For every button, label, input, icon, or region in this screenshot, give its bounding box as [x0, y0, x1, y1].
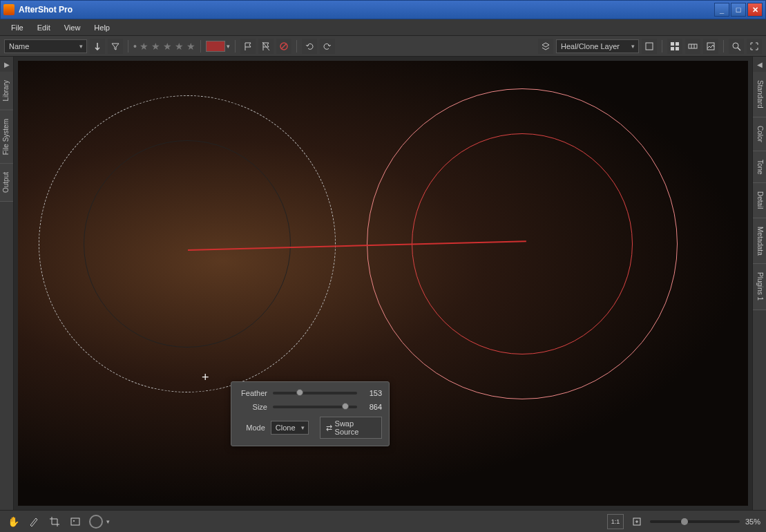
- svg-rect-2: [671, 42, 674, 46]
- zoom-1to1-button[interactable]: 1:1: [607, 514, 624, 529]
- svg-rect-5: [676, 47, 679, 50]
- view-grid-button[interactable]: [667, 39, 682, 54]
- close-button[interactable]: ✕: [747, 3, 763, 17]
- view-filmstrip-button[interactable]: [685, 39, 700, 54]
- window-title: AfterShot Pro: [19, 5, 714, 15]
- crop-tool[interactable]: [47, 514, 62, 529]
- feather-label: Feather: [238, 389, 267, 397]
- size-slider[interactable]: [273, 406, 357, 408]
- tab-library[interactable]: Library: [0, 72, 13, 111]
- canvas-viewport[interactable]: + Feather 153 Size 864 Mode Clone: [14, 57, 752, 510]
- tab-metadata[interactable]: Metadata: [753, 218, 766, 265]
- clone-tool-popup: Feather 153 Size 864 Mode Clone ⇄ Swap S…: [231, 381, 390, 446]
- svg-point-10: [733, 43, 738, 48]
- tab-detail[interactable]: Detail: [753, 183, 766, 218]
- minimize-button[interactable]: _: [714, 3, 729, 17]
- svg-line-11: [738, 48, 740, 50]
- svg-point-13: [73, 520, 75, 522]
- undo-button[interactable]: [302, 39, 317, 54]
- layers-icon[interactable]: [538, 39, 553, 54]
- tab-plugins[interactable]: Plugins 1: [753, 264, 766, 310]
- size-value: 864: [363, 403, 382, 411]
- rating-star-2[interactable]: ★: [151, 41, 160, 52]
- svg-rect-9: [707, 43, 714, 50]
- mode-label: Mode: [238, 424, 265, 432]
- zoom-fit-button[interactable]: [629, 514, 644, 529]
- right-panel-tabs: ◀ Standard Color Tone Detail Metadata Pl…: [752, 57, 766, 510]
- svg-rect-4: [671, 47, 674, 50]
- window-titlebar: AfterShot Pro _ □ ✕: [0, 0, 766, 19]
- view-single-button[interactable]: [642, 39, 657, 54]
- swap-icon: ⇄: [326, 424, 332, 433]
- menubar: File Edit View Help: [0, 19, 766, 36]
- view-image-button[interactable]: [703, 39, 718, 54]
- filter-button[interactable]: [108, 39, 123, 54]
- left-panel-expand[interactable]: ▶: [0, 57, 13, 72]
- cursor-crosshair-icon: +: [202, 370, 209, 385]
- svg-rect-1: [646, 43, 653, 50]
- flag-pick-button[interactable]: [240, 39, 256, 54]
- svg-rect-6: [689, 44, 697, 48]
- svg-rect-3: [676, 42, 679, 46]
- color-label-swatch[interactable]: [206, 41, 225, 52]
- rating-star-3[interactable]: ★: [163, 41, 172, 52]
- tab-standard[interactable]: Standard: [753, 72, 766, 117]
- fullscreen-button[interactable]: [747, 39, 762, 54]
- region-tool-dropdown-icon[interactable]: ▾: [106, 518, 110, 525]
- right-panel-expand[interactable]: ◀: [753, 57, 766, 72]
- maximize-button[interactable]: □: [731, 3, 746, 17]
- menu-edit[interactable]: Edit: [30, 21, 57, 34]
- image-tool[interactable]: [68, 514, 83, 529]
- top-toolbar: Name • ★ ★ ★ ★ ★ ▾ Heal/Clone Layer: [0, 36, 766, 57]
- magnifier-button[interactable]: [729, 39, 744, 54]
- menu-view[interactable]: View: [57, 21, 88, 34]
- menu-help[interactable]: Help: [87, 21, 117, 34]
- mode-select[interactable]: Clone: [271, 421, 309, 435]
- rating-star-5[interactable]: ★: [186, 41, 195, 52]
- redo-button[interactable]: [320, 39, 335, 54]
- size-label: Size: [238, 403, 267, 411]
- zoom-slider[interactable]: [650, 520, 740, 523]
- menu-file[interactable]: File: [4, 21, 30, 34]
- region-tool[interactable]: [88, 514, 104, 529]
- layer-select[interactable]: Heal/Clone Layer: [556, 39, 639, 53]
- sort-direction-button[interactable]: [90, 39, 105, 54]
- rating-star-1[interactable]: ★: [140, 41, 149, 52]
- color-label-dropdown-icon[interactable]: ▾: [227, 43, 230, 50]
- image-canvas[interactable]: + Feather 153 Size 864 Mode Clone: [18, 61, 748, 506]
- bullet-icon: •: [133, 41, 137, 52]
- zoom-value: 35%: [745, 517, 760, 526]
- svg-rect-12: [71, 518, 79, 525]
- tab-output[interactable]: Output: [0, 164, 13, 202]
- swap-source-button[interactable]: ⇄ Swap Source: [320, 417, 382, 439]
- flag-reject-button[interactable]: [258, 39, 274, 54]
- tab-filesystem[interactable]: File System: [0, 111, 13, 164]
- bottom-toolbar: ✋ ▾ 1:1 35%: [0, 510, 766, 532]
- rating-star-4[interactable]: ★: [175, 41, 184, 52]
- app-icon: [3, 4, 15, 15]
- sort-select[interactable]: Name: [4, 39, 87, 53]
- flag-clear-button[interactable]: [276, 39, 291, 54]
- feather-value: 153: [363, 389, 382, 397]
- main-area: ▶ Library File System Output + Feather 1…: [0, 57, 766, 510]
- white-balance-tool[interactable]: [26, 514, 41, 529]
- pan-tool[interactable]: ✋: [6, 514, 21, 529]
- tab-color[interactable]: Color: [753, 117, 766, 151]
- left-panel-tabs: ▶ Library File System Output: [0, 57, 14, 510]
- tab-tone[interactable]: Tone: [753, 151, 766, 184]
- clone-source-ring[interactable]: [84, 140, 291, 348]
- feather-slider[interactable]: [273, 392, 357, 395]
